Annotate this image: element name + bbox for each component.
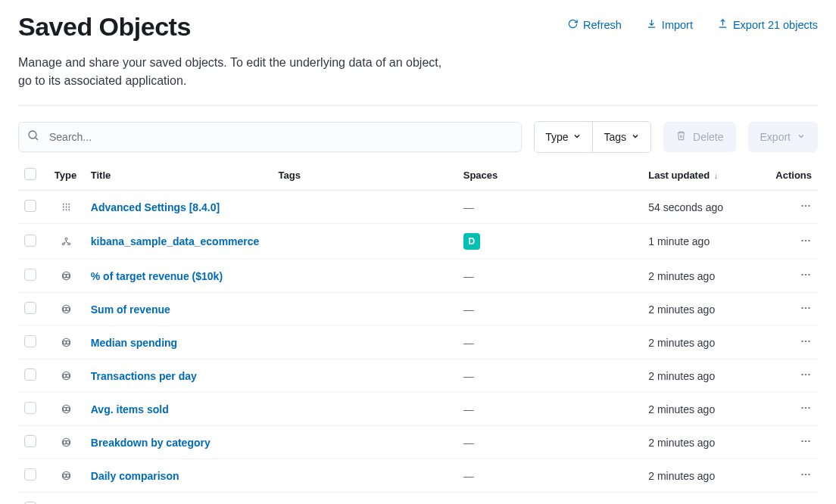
delete-label: Delete <box>693 131 723 143</box>
lens-icon <box>55 470 79 481</box>
spaces-empty: — <box>463 201 474 213</box>
svg-rect-53 <box>805 440 806 442</box>
row-checkbox[interactable] <box>24 269 36 281</box>
export-icon <box>717 18 728 32</box>
table-row: Sum of revenue — 2 minutes ago <box>18 293 818 326</box>
import-button[interactable]: Import <box>646 18 693 32</box>
table-row: kibana_sample_data_ecommerce D 1 minute … <box>18 224 818 260</box>
row-actions-menu[interactable] <box>800 338 812 350</box>
refresh-label: Refresh <box>583 19 622 31</box>
svg-rect-34 <box>802 341 803 342</box>
svg-point-0 <box>29 131 36 138</box>
svg-point-2 <box>66 204 67 205</box>
svg-rect-16 <box>802 240 803 241</box>
object-title-link[interactable]: kibana_sample_data_ecommerce <box>91 235 260 247</box>
last-updated-value: 2 minutes ago <box>648 403 715 415</box>
last-updated-value: 54 seconds ago <box>648 201 723 213</box>
row-actions-menu[interactable] <box>800 437 812 450</box>
table-row: Breakdown by category — 2 minutes ago <box>18 426 818 459</box>
row-actions-menu[interactable] <box>800 202 812 214</box>
table-row: Top products this week — 2 minutes ago <box>18 493 818 505</box>
export-label: Export <box>760 131 791 143</box>
svg-rect-10 <box>802 205 803 207</box>
row-checkbox[interactable] <box>24 200 36 212</box>
row-checkbox[interactable] <box>24 369 36 381</box>
object-title-link[interactable]: Breakdown by category <box>91 437 211 449</box>
row-checkbox[interactable] <box>24 302 36 314</box>
svg-rect-29 <box>805 307 806 309</box>
svg-rect-17 <box>805 240 806 241</box>
table-row: Median spending — 2 minutes ago <box>18 326 818 359</box>
column-last-updated-label: Last updated <box>648 170 710 181</box>
column-last-updated[interactable]: Last updated ↓ <box>642 162 769 191</box>
lens-icon <box>55 337 79 348</box>
spaces-empty: — <box>463 437 474 449</box>
object-title-link[interactable]: Daily comparison <box>91 470 179 482</box>
export-button[interactable]: Export <box>748 122 818 152</box>
delete-button[interactable]: Delete <box>663 122 735 152</box>
svg-rect-59 <box>805 474 806 475</box>
svg-rect-28 <box>802 307 803 309</box>
spaces-empty: — <box>463 370 474 382</box>
tags-filter-label: Tags <box>604 131 626 143</box>
svg-point-6 <box>69 207 70 208</box>
svg-rect-22 <box>802 274 803 275</box>
refresh-button[interactable]: Refresh <box>567 18 622 32</box>
row-checkbox[interactable] <box>24 402 36 414</box>
row-actions-menu[interactable] <box>800 271 812 283</box>
svg-rect-58 <box>802 474 803 475</box>
type-filter[interactable]: Type <box>535 122 592 152</box>
svg-rect-46 <box>802 407 803 409</box>
row-checkbox[interactable] <box>24 435 36 447</box>
row-actions-menu[interactable] <box>800 471 812 483</box>
chevron-down-icon <box>797 131 806 143</box>
column-type[interactable]: Type <box>48 162 85 191</box>
select-all-checkbox[interactable] <box>24 168 36 180</box>
svg-rect-23 <box>805 274 806 275</box>
column-spaces[interactable]: Spaces <box>457 162 642 191</box>
row-checkbox[interactable] <box>24 235 36 247</box>
row-actions-menu[interactable] <box>800 404 812 416</box>
svg-point-13 <box>65 238 67 240</box>
tags-filter[interactable]: Tags <box>592 122 650 152</box>
last-updated-value: 2 minutes ago <box>648 303 715 316</box>
row-actions-menu[interactable] <box>800 371 812 383</box>
svg-point-9 <box>69 209 70 210</box>
space-badge[interactable]: D <box>463 233 480 250</box>
object-title-link[interactable]: Sum of revenue <box>91 303 170 316</box>
object-title-link[interactable]: Transactions per day <box>91 370 197 382</box>
export-all-button[interactable]: Export 21 objects <box>717 18 818 32</box>
index-icon <box>55 236 79 247</box>
object-title-link[interactable]: Avg. items sold <box>91 403 169 415</box>
last-updated-value: 2 minutes ago <box>648 270 715 282</box>
trash-icon <box>675 130 687 144</box>
spaces-empty: — <box>463 270 474 282</box>
object-title-link[interactable]: % of target revenue ($10k) <box>91 270 223 282</box>
svg-rect-41 <box>805 374 806 375</box>
row-checkbox[interactable] <box>24 468 36 481</box>
page-description: Manage and share your saved objects. To … <box>18 54 442 90</box>
svg-rect-52 <box>802 440 803 442</box>
column-title[interactable]: Title <box>85 162 273 191</box>
svg-rect-40 <box>802 374 803 375</box>
row-checkbox[interactable] <box>24 335 36 347</box>
row-actions-menu[interactable] <box>800 237 812 249</box>
object-title-link[interactable]: Advanced Settings [8.4.0] <box>91 201 220 213</box>
chevron-down-icon <box>572 131 582 143</box>
lens-icon <box>55 403 79 415</box>
object-title-link[interactable]: Median spending <box>91 337 177 349</box>
svg-point-7 <box>63 209 64 210</box>
last-updated-value: 2 minutes ago <box>648 337 715 349</box>
svg-rect-42 <box>809 374 810 375</box>
svg-point-5 <box>66 207 67 208</box>
spaces-empty: — <box>463 403 474 415</box>
column-tags[interactable]: Tags <box>273 162 457 191</box>
svg-rect-60 <box>809 474 810 475</box>
svg-rect-12 <box>809 205 810 207</box>
table-row: Advanced Settings [8.4.0] — 54 seconds a… <box>18 191 818 224</box>
search-input[interactable] <box>18 122 522 152</box>
svg-rect-35 <box>805 341 806 342</box>
export-all-label: Export 21 objects <box>733 19 818 31</box>
import-label: Import <box>662 19 693 31</box>
row-actions-menu[interactable] <box>800 304 812 316</box>
